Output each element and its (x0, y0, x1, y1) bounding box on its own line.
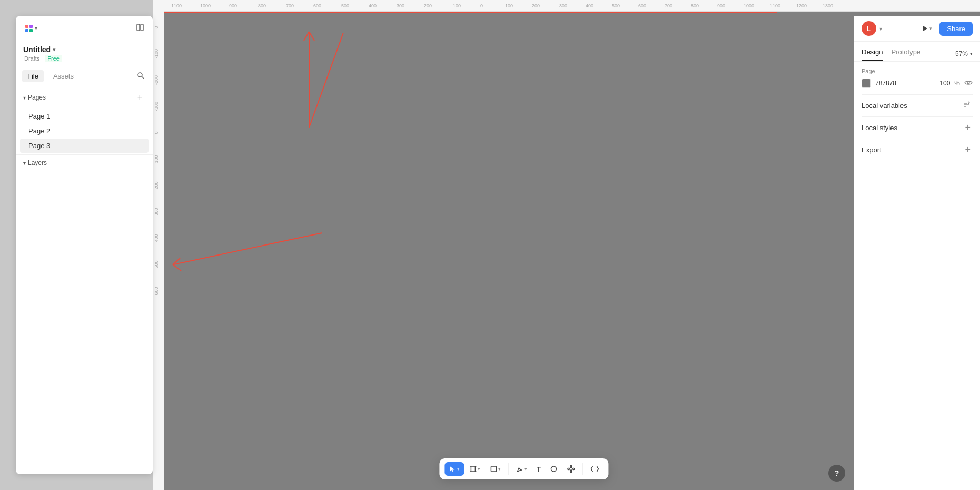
export-label: Export (862, 146, 882, 154)
user-dropdown-chevron: ▾ (879, 26, 882, 32)
circle-tool-button[interactable] (546, 462, 562, 476)
local-variables-sort-button[interactable] (961, 100, 973, 111)
svg-text:200: 200 (154, 181, 159, 189)
logo-chevron-icon: ▾ (35, 25, 37, 31)
figma-logo (25, 25, 33, 32)
panel-header: ▾ (16, 16, 153, 41)
tab-prototype[interactable]: Prototype (891, 46, 920, 61)
svg-text:100: 100 (505, 3, 513, 8)
page-item-3[interactable]: Page 3 (20, 139, 149, 153)
svg-rect-51 (491, 466, 496, 472)
pen-tool-chevron: ▾ (524, 466, 527, 472)
svg-point-57 (570, 466, 572, 467)
file-title: Untitled (23, 45, 51, 54)
share-button[interactable]: Share (939, 22, 973, 36)
svg-text:-100: -100 (451, 3, 461, 8)
svg-text:1100: 1100 (770, 3, 780, 8)
svg-text:600: 600 (154, 287, 159, 295)
svg-point-54 (570, 468, 572, 471)
logo-dot-tr (29, 25, 33, 28)
page-item-2[interactable]: Page 2 (20, 124, 149, 138)
text-tool-button[interactable]: T (532, 462, 545, 476)
svg-text:400: 400 (154, 234, 159, 242)
visibility-toggle-button[interactable] (964, 79, 973, 87)
toolbar-divider-1 (508, 463, 509, 475)
svg-point-2 (138, 73, 142, 77)
zoom-value: 57% (955, 50, 968, 57)
pages-section-header[interactable]: ▾ Pages + (16, 87, 153, 107)
help-button[interactable]: ? (828, 465, 845, 482)
user-initial: L (867, 25, 871, 33)
page-item-1[interactable]: Page 1 (20, 109, 149, 123)
svg-line-3 (142, 77, 144, 79)
layers-section-header[interactable]: ▾ Layers (16, 155, 153, 171)
svg-text:1000: 1000 (744, 3, 754, 8)
file-title-chevron: ▾ (53, 46, 56, 53)
logo-button[interactable]: ▾ (22, 23, 41, 34)
tab-design[interactable]: Design (862, 46, 883, 61)
right-panel: L ▾ ▾ Share Design Prototype 57% ▾ Page (854, 16, 980, 490)
left-panel: ▾ Untitled ▾ Drafts Free File Assets (16, 16, 153, 474)
svg-rect-0 (137, 24, 140, 31)
add-page-button[interactable]: + (134, 92, 145, 103)
code-tool-button[interactable] (587, 462, 603, 476)
design-tabs: Design Prototype 57% ▾ (854, 42, 980, 62)
page-color-swatch[interactable] (862, 79, 871, 88)
add-local-styles-button[interactable]: + (963, 122, 973, 133)
frame-tool-button[interactable]: ▾ (465, 462, 484, 476)
component-tool-button[interactable] (563, 462, 580, 476)
export-row[interactable]: Export + (862, 139, 973, 161)
page-color-row: % (862, 79, 973, 88)
svg-text:600: 600 (638, 3, 646, 8)
svg-line-46 (173, 264, 181, 271)
layers-section: ▾ Layers (16, 154, 153, 474)
page-color-input[interactable] (875, 80, 927, 87)
svg-line-45 (173, 258, 180, 264)
text-tool-icon: T (537, 465, 541, 473)
toolbar-divider-2 (583, 463, 583, 475)
page-opacity-input[interactable] (931, 80, 950, 87)
shape-tool-chevron: ▾ (498, 466, 501, 472)
tab-assets[interactable]: Assets (48, 70, 79, 82)
pages-header-left: ▾ Pages (23, 94, 46, 101)
svg-text:300: 300 (559, 3, 567, 8)
svg-text:-800: -800 (256, 3, 266, 8)
svg-point-53 (551, 466, 557, 472)
svg-point-55 (568, 468, 569, 470)
layers-header-left: ▾ Layers (23, 159, 47, 166)
add-export-button[interactable]: + (963, 144, 973, 155)
local-variables-row[interactable]: Local variables (862, 94, 973, 116)
logo-dot-tl (25, 25, 28, 28)
play-button[interactable]: ▾ (918, 23, 936, 34)
canvas-red-line-top (164, 12, 777, 13)
select-tool-button[interactable]: ▾ (444, 462, 464, 476)
svg-text:0: 0 (480, 3, 483, 8)
pages-chevron-icon: ▾ (23, 95, 26, 101)
svg-line-43 (309, 33, 343, 128)
logo-dot-bl (25, 29, 28, 32)
svg-text:-200: -200 (422, 3, 432, 8)
svg-point-58 (570, 471, 572, 473)
file-title-row: Untitled ▾ (16, 41, 153, 55)
svg-point-52 (520, 469, 521, 471)
svg-point-60 (967, 82, 969, 84)
local-styles-row[interactable]: Local styles + (862, 116, 973, 139)
svg-text:-300: -300 (154, 102, 159, 111)
svg-text:-300: -300 (395, 3, 404, 8)
svg-text:500: 500 (154, 260, 159, 268)
svg-text:0: 0 (154, 26, 159, 28)
svg-text:-900: -900 (227, 3, 237, 8)
svg-point-56 (573, 468, 575, 470)
tab-file[interactable]: File (22, 70, 44, 82)
pen-tool-button[interactable]: ▾ (512, 462, 531, 476)
search-button[interactable] (135, 70, 146, 83)
layers-chevron-icon: ▾ (23, 160, 26, 166)
user-avatar-button[interactable]: L (862, 21, 876, 36)
layout-toggle-button[interactable] (134, 21, 146, 35)
svg-text:-700: -700 (284, 3, 294, 8)
right-panel-actions: ▾ Share (918, 22, 973, 36)
shape-tool-button[interactable]: ▾ (486, 462, 505, 476)
zoom-chevron: ▾ (970, 51, 973, 56)
right-panel-header: L ▾ ▾ Share (854, 16, 980, 42)
zoom-display: 57% ▾ (955, 50, 973, 57)
